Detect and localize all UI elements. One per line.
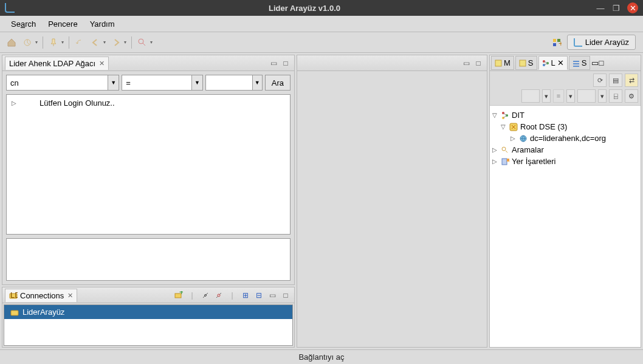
chevron-down-icon[interactable]: ▾: [566, 89, 575, 103]
settings-icon[interactable]: ⚙: [625, 89, 638, 103]
connections-list[interactable]: LiderArayüz: [4, 304, 293, 346]
close-tab-icon[interactable]: ✕: [67, 292, 73, 300]
dropdown-icon[interactable]: ▾: [35, 39, 40, 45]
chevron-down-icon[interactable]: ▼: [191, 75, 202, 90]
perspective-switch-icon[interactable]: +: [549, 35, 565, 50]
new-connection-icon[interactable]: +: [173, 290, 184, 301]
dropdown-icon[interactable]: ▾: [150, 39, 155, 45]
chevron-down-icon[interactable]: ▼: [108, 75, 119, 90]
value-input[interactable]: [206, 78, 252, 88]
minimize-panel-icon[interactable]: ▭: [268, 58, 279, 69]
ldap-tree-title: Lider Ahenk LDAP Ağacı: [9, 59, 95, 68]
close-button[interactable]: ✕: [627, 2, 638, 13]
search-button[interactable]: Ara: [265, 75, 291, 91]
maximize-panel-icon[interactable]: □: [599, 58, 603, 67]
root-dse-node[interactable]: ▽ Root DSE (3): [491, 121, 639, 132]
connections-title: Connections: [20, 291, 64, 300]
login-message-row[interactable]: ▷ Lütfen Login Olunuz..: [9, 97, 287, 109]
connection-icon: [10, 308, 19, 317]
expand-all-icon[interactable]: ⊞: [240, 290, 251, 301]
search-field-combo[interactable]: ▼: [6, 75, 119, 91]
undo-icon[interactable]: [73, 36, 86, 49]
tab-s1-label: S: [528, 58, 534, 67]
collapse-all-icon[interactable]: ⊟: [253, 290, 264, 301]
operator-input[interactable]: [122, 78, 191, 88]
connect-icon[interactable]: [200, 290, 211, 301]
chevron-down-icon[interactable]: ▼: [252, 75, 262, 90]
maximize-panel-icon[interactable]: □: [280, 58, 291, 69]
window-titlebar: Lider Arayüz v1.0.0 — ❐ ✕: [0, 0, 643, 16]
value-combo[interactable]: ▼: [205, 75, 263, 91]
home-icon[interactable]: [5, 36, 18, 49]
tab-l[interactable]: L✕: [538, 56, 568, 70]
link-icon[interactable]: ⇄: [625, 74, 638, 87]
dc-node[interactable]: ▷ dc=liderahenk,dc=org: [491, 132, 639, 144]
operator-combo[interactable]: ▼: [122, 75, 203, 91]
collapse-icon[interactable]: ▽: [501, 123, 507, 130]
collapse-icon[interactable]: ▽: [492, 112, 498, 118]
search-tool-icon[interactable]: [136, 36, 149, 49]
dc-label: dc=liderahenk,dc=org: [530, 134, 606, 143]
minimize-panel-icon[interactable]: ▭: [461, 58, 472, 69]
main-area: Lider Ahenk LDAP Ağacı ✕ ▭ □ ▼ ▼: [0, 53, 643, 349]
search-field-input[interactable]: [7, 78, 108, 88]
window-title: Lider Arayüz v1.0.0: [19, 4, 590, 13]
maximize-panel-icon[interactable]: □: [473, 58, 484, 69]
refresh-icon[interactable]: ⟳: [593, 74, 607, 87]
globe-icon: [519, 134, 528, 143]
close-tab-icon[interactable]: ✕: [99, 60, 105, 67]
ldap-browser-tree[interactable]: ▽ DIT ▽ Root DSE (3) ▷ dc=liderahenk,dc=…: [490, 106, 641, 347]
ldap-tree-body: ▼ ▼ ▼ Ara ▷ Lütfen Login Olunuz.: [2, 71, 294, 284]
detail-box: [6, 238, 291, 281]
maximize-panel-icon[interactable]: □: [280, 290, 291, 301]
minimize-button[interactable]: —: [596, 3, 605, 13]
tab-s1[interactable]: S: [515, 56, 537, 70]
nav-icon[interactable]: [21, 36, 34, 49]
chevron-down-icon[interactable]: ▾: [542, 89, 551, 103]
perspective-button[interactable]: Lider Arayüz: [567, 35, 636, 50]
searches-node[interactable]: ▷ Aramalar: [491, 144, 639, 156]
editor-panel: ▭ □: [297, 55, 487, 348]
bookmarks-node[interactable]: ▷ Yer İşaretleri: [491, 156, 639, 167]
expand-icon[interactable]: ▷: [492, 158, 498, 165]
chevron-down-icon[interactable]: ▾: [598, 89, 607, 103]
sep-icon: |: [227, 290, 238, 301]
dropdown-icon[interactable]: ▾: [103, 39, 108, 45]
expand-icon[interactable]: ▷: [511, 135, 517, 142]
right-tabs: M S L✕ S ▭ □: [490, 55, 641, 71]
collapse-icon[interactable]: ▤: [609, 74, 622, 87]
filter-combo[interactable]: [521, 89, 540, 103]
menu-yardim[interactable]: Yardım: [84, 17, 121, 31]
dit-icon: [501, 111, 509, 120]
tab-s2[interactable]: S: [569, 56, 591, 70]
minimize-panel-icon[interactable]: ▭: [591, 58, 599, 67]
separator: [131, 36, 132, 49]
ldap-tree-content[interactable]: ▷ Lütfen Login Olunuz..: [6, 94, 291, 235]
ldap-tree-tab[interactable]: Lider Ahenk LDAP Ağacı ✕: [5, 57, 109, 70]
expand-icon[interactable]: ▷: [12, 100, 18, 106]
eq-icon[interactable]: =: [553, 89, 564, 103]
forward-icon[interactable]: [109, 36, 123, 49]
menu-pencere[interactable]: Pencere: [42, 17, 83, 31]
maximize-button[interactable]: ❐: [611, 3, 621, 13]
pin-icon[interactable]: [47, 36, 60, 49]
svg-text:+: +: [179, 291, 183, 297]
svg-text:LDAP: LDAP: [10, 291, 18, 300]
connections-tab[interactable]: LDAP Connections ✕: [5, 289, 77, 302]
back-icon[interactable]: [89, 36, 102, 49]
dropdown-icon[interactable]: ▾: [124, 39, 129, 45]
connection-item[interactable]: LiderArayüz: [4, 305, 292, 319]
minimize-panel-icon[interactable]: ▭: [267, 290, 278, 301]
value-combo[interactable]: [577, 89, 596, 103]
bookmark-icon: [501, 157, 509, 166]
hierarchy-icon[interactable]: ⌸: [609, 89, 622, 103]
disconnect-icon[interactable]: [213, 290, 224, 301]
tab-m[interactable]: M: [491, 56, 514, 70]
dit-node[interactable]: ▽ DIT: [491, 109, 639, 121]
connections-toolbar: + | | ⊞ ⊟ ▭ □: [173, 290, 292, 301]
dropdown-icon[interactable]: ▾: [61, 39, 66, 45]
close-tab-icon[interactable]: ✕: [557, 58, 564, 67]
separator: [43, 36, 43, 49]
menu-search[interactable]: Search: [5, 17, 42, 31]
expand-icon[interactable]: ▷: [492, 146, 498, 153]
